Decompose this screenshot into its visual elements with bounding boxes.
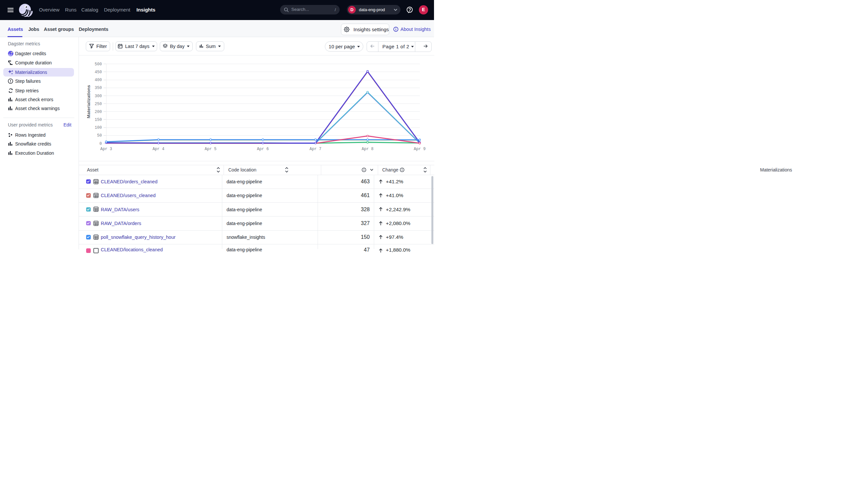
svg-text:Apr 4: Apr 4	[153, 146, 164, 151]
svg-text:150: 150	[95, 118, 102, 122]
svg-text:500: 500	[95, 62, 102, 66]
svg-text:200: 200	[95, 109, 102, 114]
svg-text:Apr 7: Apr 7	[309, 146, 321, 151]
svg-text:350: 350	[95, 86, 102, 90]
svg-text:100: 100	[95, 126, 102, 130]
svg-text:Apr 8: Apr 8	[362, 146, 373, 151]
svg-text:Apr 6: Apr 6	[257, 146, 269, 151]
svg-text:400: 400	[95, 78, 102, 82]
svg-text:Apr 5: Apr 5	[204, 146, 216, 151]
svg-text:Materializations: Materializations	[86, 85, 91, 118]
svg-text:0: 0	[99, 141, 102, 146]
svg-text:250: 250	[95, 102, 102, 106]
svg-text:300: 300	[95, 94, 102, 98]
svg-text:450: 450	[95, 70, 102, 75]
svg-text:Apr 3: Apr 3	[100, 146, 112, 151]
svg-text:50: 50	[97, 133, 102, 138]
svg-text:Apr 9: Apr 9	[413, 146, 425, 151]
